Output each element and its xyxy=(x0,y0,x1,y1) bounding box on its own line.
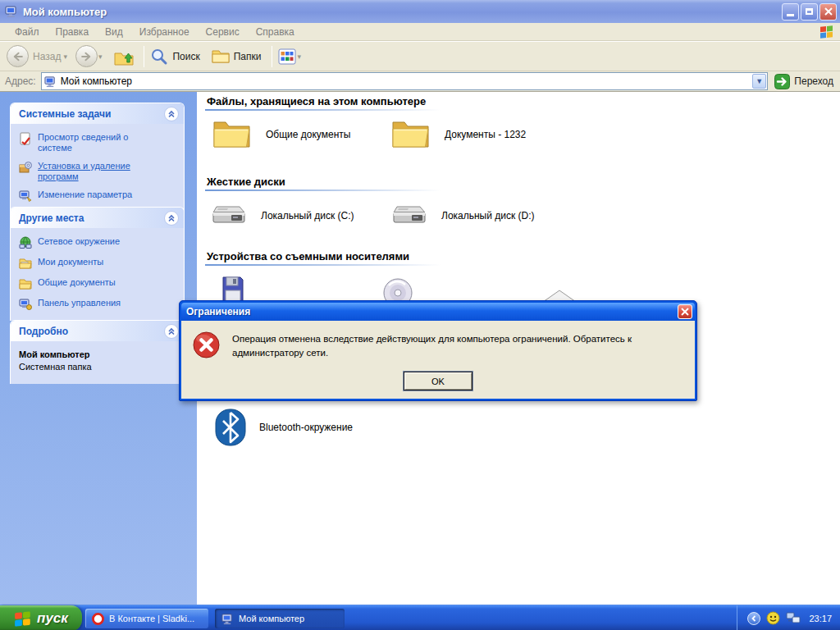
menu-bar: Файл Правка Вид Избранное Сервис Справка xyxy=(0,23,840,41)
sidebar-item-change-setting[interactable]: Изменение параметра xyxy=(19,189,179,203)
sidebar-item-shared-documents[interactable]: Общие документы xyxy=(19,277,179,290)
back-arrow-icon xyxy=(11,50,25,63)
bluetooth-item[interactable]: Bluetooth-окружение xyxy=(215,409,353,446)
sidebar-item-control-panel[interactable]: Панель управления xyxy=(19,298,179,311)
window-title: Мой компьютер xyxy=(23,6,780,18)
menu-edit[interactable]: Правка xyxy=(48,25,98,39)
menu-view[interactable]: Вид xyxy=(97,25,131,39)
chevron-left-icon xyxy=(751,615,757,622)
maximize-button[interactable] xyxy=(801,3,818,21)
toolbar-separator xyxy=(272,46,272,67)
address-label: Адрес: xyxy=(5,75,36,87)
taskbar-button-my-computer[interactable]: Мой компьютер xyxy=(215,609,345,628)
back-dropdown-caret[interactable]: ▾ xyxy=(63,52,67,61)
start-button[interactable]: пуск xyxy=(0,605,82,630)
collapse-chevron-icon[interactable] xyxy=(164,211,179,226)
folders-icon xyxy=(212,49,230,64)
dialog-title: Ограничения xyxy=(186,306,250,317)
restrictions-dialog: Ограничения Операция отменена вследствие… xyxy=(179,300,697,401)
folder-icon xyxy=(212,118,253,151)
section-header-removable: Устройства со съемными носителями xyxy=(207,250,409,262)
details-item-name: Мой компьютер xyxy=(19,349,179,359)
ok-button[interactable]: OK xyxy=(404,372,472,390)
search-button[interactable]: Поиск xyxy=(150,48,201,66)
menu-file[interactable]: Файл xyxy=(7,25,48,39)
tray-clock[interactable]: 23:17 xyxy=(809,614,832,623)
navigation-toolbar: Назад ▾ ▾ Поиск xyxy=(0,41,840,71)
task-pane-sidebar: Системные задачи Просмотр сведений о сис… xyxy=(0,92,197,605)
windows-logo-icon xyxy=(819,25,835,39)
sidebar-item-my-documents[interactable]: Мои документы xyxy=(19,257,179,270)
hard-disk-icon xyxy=(210,203,248,228)
sidebar-item-network-places[interactable]: Сетевое окружение xyxy=(19,236,179,249)
section-rule xyxy=(205,109,441,111)
change-setting-icon xyxy=(19,189,32,203)
folder-icon xyxy=(390,118,431,151)
menu-favorites[interactable]: Избранное xyxy=(131,25,198,39)
forward-button[interactable]: ▾ xyxy=(75,45,107,67)
address-dropdown-button[interactable]: ▼ xyxy=(752,74,766,89)
back-button[interactable]: Назад ▾ xyxy=(7,45,72,67)
up-button[interactable] xyxy=(113,47,135,66)
my-computer-icon xyxy=(221,613,234,625)
views-button[interactable]: ▾ xyxy=(278,48,306,65)
window-titlebar: Мой компьютер xyxy=(0,0,840,23)
section-header-drives: Жесткие диски xyxy=(207,176,285,188)
my-computer-icon xyxy=(5,5,18,18)
collapse-chevron-icon[interactable] xyxy=(164,324,179,339)
section-header-files: Файлы, хранящиеся на этом компьютере xyxy=(207,95,426,107)
system-tray: 23:17 xyxy=(737,605,840,630)
bluetooth-icon xyxy=(215,409,246,446)
my-computer-icon xyxy=(44,75,57,88)
address-value: Мой компьютер xyxy=(61,75,753,87)
my-documents-icon xyxy=(19,257,32,270)
toolbar-separator xyxy=(144,46,144,67)
dialog-message: Операция отменена вследствие действующих… xyxy=(232,332,688,360)
up-folder-icon xyxy=(113,47,135,66)
taskbar: пуск В Контакте | Sladki... Мой компьюте… xyxy=(0,605,840,630)
views-dropdown-caret[interactable]: ▾ xyxy=(297,52,301,61)
opera-icon xyxy=(92,613,104,625)
desktop: Мой компьютер Файл Правка Вид Избранное … xyxy=(0,0,840,630)
taskbar-button-vkontakte[interactable]: В Контакте | Sladki... xyxy=(85,609,208,628)
drive-item-d[interactable]: Локальный диск (D:) xyxy=(390,203,535,228)
system-info-icon xyxy=(19,132,32,145)
forward-arrow-icon xyxy=(80,50,93,63)
dialog-body: Операция отменена вследствие действующих… xyxy=(181,321,695,399)
folder-item-shared-documents[interactable]: Общие документы xyxy=(212,118,350,151)
messenger-tray-icon[interactable] xyxy=(766,611,780,625)
folder-item-documents-1232[interactable]: Документы - 1232 xyxy=(390,118,526,151)
menu-tools[interactable]: Сервис xyxy=(198,25,248,39)
address-input[interactable]: Мой компьютер ▼ xyxy=(41,72,769,90)
go-button[interactable]: Переход xyxy=(774,74,837,89)
hard-disk-icon xyxy=(390,203,428,228)
system-tasks-header[interactable]: Системные задачи xyxy=(11,103,184,124)
other-places-header[interactable]: Другие места xyxy=(11,208,184,228)
error-icon xyxy=(193,331,220,358)
sidebar-item-add-remove-programs[interactable]: Установка и удаление программ xyxy=(19,161,179,182)
tray-collapse-button[interactable] xyxy=(747,612,760,625)
section-rule xyxy=(205,264,441,266)
forward-dropdown-caret[interactable]: ▾ xyxy=(98,52,103,61)
windows-logo-icon xyxy=(14,610,32,627)
details-panel: Подробно Мой компьютер Системная папка xyxy=(10,320,185,384)
views-icon xyxy=(278,48,296,65)
dialog-titlebar: Ограничения xyxy=(181,303,695,321)
close-button[interactable] xyxy=(819,3,837,21)
network-places-icon xyxy=(19,236,32,249)
go-arrow-icon xyxy=(774,74,790,89)
menu-help[interactable]: Справка xyxy=(248,25,303,39)
search-icon xyxy=(150,48,168,66)
address-bar: Адрес: Мой компьютер ▼ Переход xyxy=(0,71,840,92)
collapse-chevron-icon[interactable] xyxy=(164,107,179,121)
network-tray-icon[interactable] xyxy=(786,612,801,625)
sidebar-item-system-info[interactable]: Просмотр сведений о системе xyxy=(19,132,179,153)
dialog-close-button[interactable] xyxy=(678,304,692,319)
details-header[interactable]: Подробно xyxy=(11,321,184,341)
shared-documents-icon xyxy=(19,277,32,290)
other-places-panel: Другие места Сетевое окружение xyxy=(10,207,185,321)
drive-item-c[interactable]: Локальный диск (C:) xyxy=(210,203,354,228)
folders-button[interactable]: Папки xyxy=(212,49,263,64)
minimize-button[interactable] xyxy=(782,3,799,21)
section-rule xyxy=(205,189,441,191)
